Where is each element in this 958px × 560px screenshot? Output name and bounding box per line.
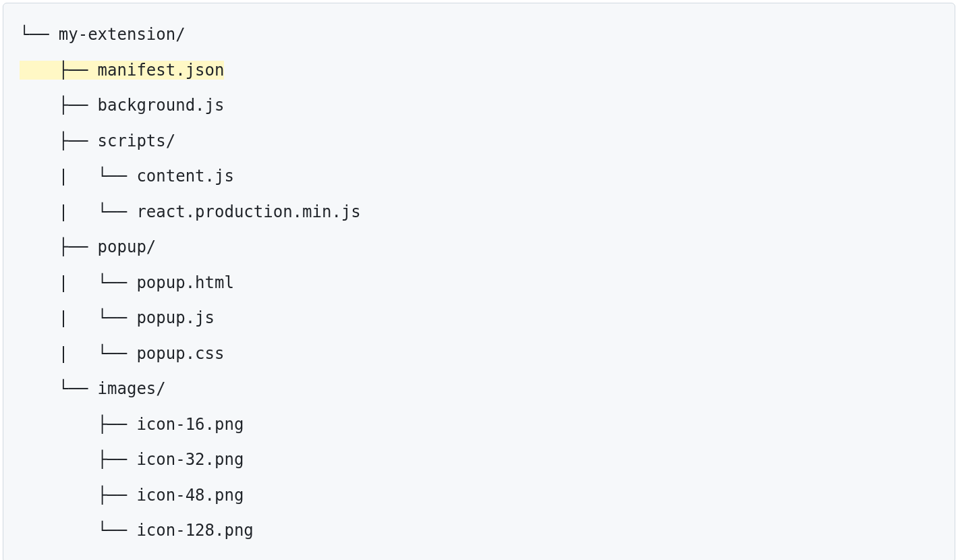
file-tree-code-block: └── my-extension/ ├── manifest.json ├── … <box>3 3 955 560</box>
tree-line: └── icon-128.png <box>20 513 938 549</box>
tree-line: | └── popup.js <box>20 300 938 336</box>
tree-line: ├── popup/ <box>20 229 938 265</box>
tree-line: | └── react.production.min.js <box>20 194 938 230</box>
tree-line: ├── background.js <box>20 88 938 123</box>
tree-line: | └── popup.css <box>20 336 938 372</box>
tree-line: ├── manifest.json <box>20 53 938 88</box>
tree-line: └── images/ <box>20 371 938 407</box>
highlighted-text: ├── manifest.json <box>20 61 224 80</box>
tree-line: ├── icon-32.png <box>20 442 938 478</box>
tree-line: | └── content.js <box>20 159 938 194</box>
tree-line: | └── popup.html <box>20 265 938 301</box>
tree-line: ├── icon-16.png <box>20 407 938 443</box>
tree-line: ├── scripts/ <box>20 123 938 159</box>
tree-line: └── my-extension/ <box>20 17 938 53</box>
tree-line: ├── icon-48.png <box>20 478 938 513</box>
